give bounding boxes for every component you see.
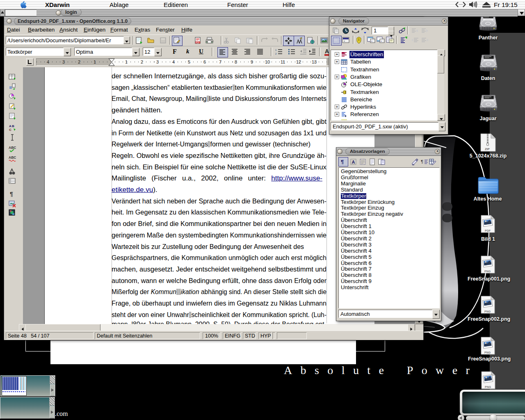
- svg-text:¶: ¶: [421, 159, 423, 164]
- svg-text:B: B: [12, 124, 14, 128]
- svg-text:A: A: [325, 48, 329, 55]
- svg-text:PNG: PNG: [484, 270, 491, 273]
- svg-text:+: +: [371, 40, 373, 42]
- svg-text:¶: ¶: [10, 191, 13, 197]
- svg-text:1: 1: [275, 49, 277, 51]
- svg-text:PDF: PDF: [196, 41, 200, 44]
- svg-text:C: C: [9, 128, 11, 131]
- svg-text:PNG: PNG: [484, 310, 491, 313]
- svg-text:¶: ¶: [341, 159, 344, 165]
- svg-text:x: x: [344, 40, 345, 42]
- svg-text:A: A: [9, 124, 11, 128]
- svg-text:ABC: ABC: [9, 155, 16, 160]
- svg-text:ZIP: ZIP: [485, 147, 490, 151]
- svg-text:+: +: [381, 40, 382, 42]
- svg-text:ABC: ABC: [9, 146, 16, 150]
- svg-text:PNG: PNG: [484, 351, 491, 354]
- svg-text:2: 2: [275, 52, 277, 55]
- svg-text:A: A: [352, 160, 355, 164]
- svg-text:PDF: PDF: [485, 229, 491, 232]
